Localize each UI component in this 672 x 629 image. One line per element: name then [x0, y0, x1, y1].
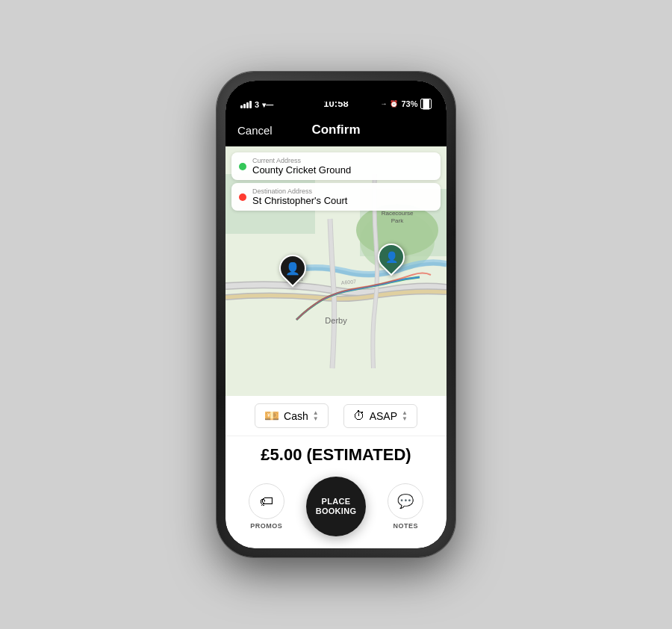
status-right: → ⏰ 73% █: [368, 99, 432, 109]
address-cards: Current Address County Cricket Ground De…: [231, 152, 441, 214]
action-row: 🏷 PROMOS PLACE BOOKING 💬: [225, 471, 447, 548]
person-icon: 👤: [285, 261, 300, 276]
notes-label: NOTES: [393, 522, 419, 530]
ride-options: 💴 Cash ▲ ▼ ⏱ ASAP ▲ ▼: [225, 396, 447, 436]
status-left: 3 ▾—: [240, 100, 304, 109]
destination-dot: [239, 193, 246, 201]
map-area: Derby Racecourse Park A6007 A601 Current…: [225, 146, 447, 396]
nav-title: Confirm: [287, 123, 385, 137]
signal-icon: [240, 101, 252, 108]
time-option[interactable]: ⏱ ASAP ▲ ▼: [343, 404, 417, 428]
clock-icon: ⏱: [353, 409, 365, 423]
place-booking-label: PLACE BOOKING: [316, 497, 357, 516]
bottom-panel: 💴 Cash ▲ ▼ ⏱ ASAP ▲ ▼: [225, 396, 447, 548]
current-address-wrapper: Current Address County Cricket Ground: [252, 157, 351, 176]
destination-address-value: St Christopher's Court: [252, 195, 347, 206]
price-section: £5.00 (ESTIMATED): [225, 436, 447, 471]
cancel-button[interactable]: Cancel: [237, 124, 287, 137]
origin-pin: 👤: [279, 255, 306, 282]
current-address-card[interactable]: Current Address County Cricket Ground: [231, 152, 441, 180]
time-arrows: ▲ ▼: [402, 410, 408, 422]
price-display: £5.00 (ESTIMATED): [237, 445, 435, 465]
current-address-value: County Cricket Ground: [252, 164, 351, 176]
signal-text: 3: [255, 100, 259, 109]
svg-text:Park: Park: [391, 217, 404, 224]
chat-icon: 💬: [397, 493, 414, 509]
notch: [287, 81, 385, 102]
svg-text:Derby: Derby: [325, 316, 347, 325]
phone-device: 3 ▾— 10:58 → ⏰ 73% █ Cancel Confirm: [217, 72, 455, 557]
destination-pin: 👤: [378, 244, 405, 270]
cash-icon: 💴: [264, 409, 279, 423]
place-booking-button[interactable]: PLACE BOOKING: [306, 477, 366, 536]
payment-arrows: ▲ ▼: [313, 410, 319, 422]
wifi-icon: ▾—: [262, 101, 273, 109]
current-address-label: Current Address: [252, 157, 351, 164]
time-label: ASAP: [370, 410, 397, 422]
notes-icon-circle: 💬: [388, 483, 423, 519]
phone-inner: 3 ▾— 10:58 → ⏰ 73% █ Cancel Confirm: [225, 81, 447, 548]
destination-address-wrapper: Destination Address St Christopher's Cou…: [252, 188, 347, 206]
promos-label: PROMOS: [250, 522, 282, 530]
payment-option[interactable]: 💴 Cash ▲ ▼: [255, 403, 329, 428]
tag-icon: 🏷: [260, 494, 273, 509]
notes-button[interactable]: 💬 NOTES: [388, 483, 423, 530]
destination-address-label: Destination Address: [252, 188, 347, 195]
alarm-icon: ⏰: [390, 100, 398, 108]
battery-icon: █: [420, 99, 432, 109]
current-dot: [239, 163, 246, 170]
promos-icon-circle: 🏷: [249, 483, 284, 519]
battery-pct: 73%: [401, 99, 417, 108]
payment-label: Cash: [284, 410, 308, 422]
destination-address-card[interactable]: Destination Address St Christopher's Cou…: [231, 183, 441, 211]
screen: 3 ▾— 10:58 → ⏰ 73% █ Cancel Confirm: [225, 81, 447, 548]
nav-bar: Cancel Confirm: [225, 114, 447, 146]
location-icon: →: [380, 100, 387, 108]
promos-button[interactable]: 🏷 PROMOS: [249, 483, 284, 530]
person-dest-icon: 👤: [385, 251, 398, 263]
